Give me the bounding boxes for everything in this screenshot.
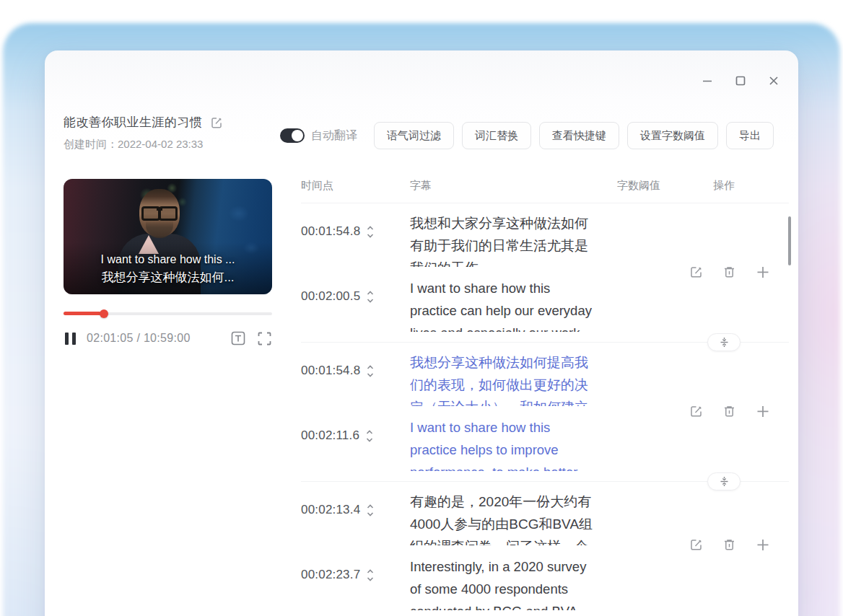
view-shortcuts-button[interactable]: 查看快捷键 (539, 122, 619, 149)
window-controls (700, 74, 781, 88)
progress-fill (64, 312, 101, 315)
add-icon[interactable] (756, 404, 770, 418)
export-button[interactable]: 导出 (726, 122, 774, 149)
edit-title-icon[interactable] (210, 116, 223, 129)
subtitle-entry: 00:01:54.8 我想分享这种做法如何提高我们的表现，如何做出更好的决定（无… (301, 343, 789, 482)
time-stepper[interactable] (367, 226, 374, 238)
table-row: 00:02:11.6 I want to share how this prac… (301, 416, 789, 471)
subtitle-text[interactable]: 有趣的是，2020年一份大约有4000人参与的由BCG和BVA组织的调查问卷，问… (410, 490, 600, 545)
created-time: 创建时间：2022-04-02 23:33 (64, 138, 223, 151)
table-header: 时间点 字幕 字数阈值 操作 (301, 179, 789, 203)
delete-icon[interactable] (722, 537, 736, 552)
time-stepper[interactable] (367, 291, 374, 303)
delete-icon[interactable] (722, 265, 736, 279)
row-actions (689, 265, 770, 279)
toggle-knob (292, 130, 303, 141)
subtitle-text[interactable]: 我想和大家分享这种做法如何有助于我们的日常生活尤其是我们的工作 (410, 212, 600, 267)
subtitle-entry: 00:02:13.4 有趣的是，2020年一份大约有4000人参与的由BCG和B… (301, 482, 789, 610)
video-panel: I want to share how this ... 我想分享这种做法如何.… (64, 179, 272, 346)
subtitle-text[interactable]: 我想分享这种做法如何提高我们的表现，如何做出更好的决定（无论大小），和如何建立 (410, 351, 600, 406)
add-icon[interactable] (756, 537, 770, 552)
add-icon[interactable] (756, 265, 770, 279)
col-header-threshold: 字数阈值 (617, 179, 713, 203)
table-row: 00:01:54.8 我想和大家分享这种做法如何有助于我们的日常生活尤其是我们的… (301, 212, 789, 267)
timestamp: 00:02:11.6 (301, 428, 359, 443)
edit-icon[interactable] (689, 537, 703, 552)
subtitle-table: 时间点 字幕 字数阈值 操作 00:01:54.8 我想和大家分享这种做法如何有… (301, 179, 789, 616)
progress-handle[interactable] (100, 309, 108, 318)
progress-bar[interactable] (64, 309, 272, 317)
video-subtitle-zh: 我想分享这种做法如何... (64, 268, 272, 287)
word-replace-button[interactable]: 词汇替换 (462, 122, 531, 149)
page-title: 能改善你职业生涯的习惯 (64, 114, 203, 131)
toolbar: 自动翻译 语气词过滤 词汇替换 查看快捷键 设置字数阈值 导出 (280, 122, 774, 149)
video-subtitle-en: I want to share how this ... (64, 251, 272, 268)
video-frame[interactable]: I want to share how this ... 我想分享这种做法如何.… (64, 179, 272, 294)
filler-filter-button[interactable]: 语气词过滤 (374, 122, 454, 149)
auto-translate-toggle[interactable] (280, 128, 305, 143)
edit-icon[interactable] (689, 265, 703, 279)
timestamp: 00:02:13.4 (301, 503, 360, 517)
time-stepper[interactable] (366, 430, 373, 442)
table-row: 00:01:54.8 我想分享这种做法如何提高我们的表现，如何做出更好的决定（无… (301, 351, 789, 406)
subtitle-text[interactable]: Interestingly, in a 2020 survey of some … (410, 555, 600, 610)
table-row: 00:02:23.7 Interestingly, in a 2020 surv… (301, 555, 789, 610)
scrollbar-thumb[interactable] (788, 216, 791, 265)
fullscreen-icon[interactable] (257, 331, 272, 346)
time-display: 02:01:05 / 10:59:00 (87, 332, 191, 345)
pause-button[interactable] (64, 331, 77, 346)
col-header-actions: 操作 (713, 179, 789, 203)
edit-icon[interactable] (689, 404, 703, 418)
video-subtitle-overlay: I want to share how this ... 我想分享这种做法如何.… (64, 251, 272, 287)
close-button[interactable] (766, 74, 781, 88)
subtitle-toggle-icon[interactable] (230, 330, 246, 346)
subtitle-entry: 00:01:54.8 我想和大家分享这种做法如何有助于我们的日常生活尤其是我们的… (301, 203, 789, 343)
minimize-button[interactable] (700, 74, 715, 88)
row-actions (689, 537, 770, 552)
timestamp: 00:02:23.7 (301, 568, 360, 582)
player-controls: 02:01:05 / 10:59:00 (64, 330, 272, 346)
col-header-time: 时间点 (301, 179, 410, 203)
time-stepper[interactable] (367, 569, 374, 581)
set-threshold-button[interactable]: 设置字数阈值 (627, 122, 718, 149)
time-stepper[interactable] (367, 365, 374, 377)
col-header-subtitle: 字幕 (410, 179, 617, 203)
timestamp: 00:01:54.8 (301, 364, 360, 378)
subtitle-text[interactable]: I want to share how this practice can he… (410, 277, 600, 332)
app-window: 能改善你职业生涯的习惯 创建时间：2022-04-02 23:33 自动翻译 语… (45, 50, 798, 616)
auto-translate-label: 自动翻译 (311, 128, 357, 144)
table-row: 00:02:00.5 I want to share how this prac… (301, 277, 789, 332)
row-actions (689, 404, 770, 418)
subtitle-text[interactable]: I want to share how this practice helps … (410, 416, 600, 471)
time-stepper[interactable] (367, 504, 374, 516)
delete-icon[interactable] (722, 404, 736, 418)
timestamp: 00:02:00.5 (301, 289, 360, 304)
timestamp: 00:01:54.8 (301, 224, 360, 239)
maximize-button[interactable] (733, 74, 748, 88)
